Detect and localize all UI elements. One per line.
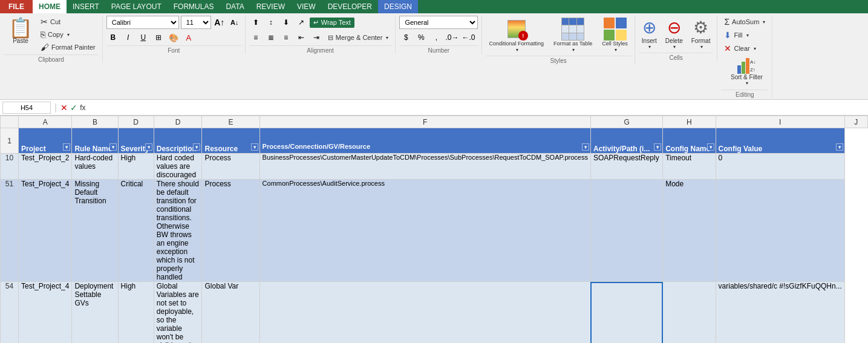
align-top-button[interactable]: ⬆ <box>249 16 263 29</box>
confirm-formula-icon[interactable]: ✓ <box>70 103 77 113</box>
fill-button[interactable]: ⬇ Fill ▾ <box>721 29 751 41</box>
percent-button[interactable]: % <box>414 31 428 44</box>
fill-color-button[interactable]: 🎨 <box>167 31 180 44</box>
file-menu[interactable]: FILE <box>0 0 33 13</box>
col-header-j[interactable]: J <box>844 116 867 128</box>
col-header-a[interactable]: A <box>19 116 72 128</box>
th-config-value-filter[interactable]: ▾ <box>836 143 843 151</box>
format-button[interactable]: ⚙ Format ▾ <box>688 16 714 51</box>
cell-10-severity[interactable]: High <box>118 154 154 180</box>
col-header-h[interactable]: H <box>663 116 716 128</box>
cell-54-process-connection[interactable] <box>259 282 590 344</box>
cell-54-resource[interactable]: Global Var <box>202 282 259 344</box>
align-left-button[interactable]: ≡ <box>249 31 263 44</box>
format-painter-button[interactable]: 🖌 Format Painter <box>38 41 99 53</box>
review-menu[interactable]: REVIEW <box>250 0 291 13</box>
currency-button[interactable]: $ <box>399 31 413 44</box>
col-header-d1[interactable]: D <box>118 116 154 128</box>
th-resource-filter[interactable]: ▾ <box>251 143 258 151</box>
wrap-text-button[interactable]: ↵ Wrap Text <box>310 18 354 28</box>
col-header-b[interactable]: B <box>72 116 118 128</box>
conditional-formatting-button[interactable]: ! Conditional Formatting ▾ <box>486 16 547 54</box>
th-project-filter[interactable]: ▾ <box>63 143 70 151</box>
cell-styles-button[interactable]: Cell Styles ▾ <box>599 16 631 54</box>
cancel-formula-icon[interactable]: ✕ <box>60 103 68 113</box>
merge-center-button[interactable]: ⊟ Merge & Center ▾ <box>325 33 392 43</box>
th-process-connection-filter[interactable]: ▾ <box>582 143 589 151</box>
border-button[interactable]: ⊞ <box>152 31 165 44</box>
autosum-button[interactable]: Σ AutoSum ▾ <box>721 16 768 28</box>
cell-51-activity-path[interactable] <box>590 180 662 282</box>
cell-51-project[interactable]: Test_Project_4 <box>19 180 72 282</box>
cell-54-project[interactable]: Test_Project_4 <box>19 282 72 344</box>
format-as-table-button[interactable]: Format as Table ▾ <box>550 16 595 54</box>
cell-10-activity-path[interactable]: SOAPRequestReply <box>590 154 662 180</box>
th-activity-path-filter[interactable]: ▾ <box>654 143 661 151</box>
col-header-f[interactable]: F <box>259 116 590 128</box>
decrease-font-button[interactable]: A↓ <box>228 16 241 29</box>
font-name-select[interactable]: Calibri <box>106 16 179 29</box>
cell-10-project[interactable]: Test_Project_2 <box>19 154 72 180</box>
text-angle-button[interactable]: ↗ <box>295 16 308 29</box>
italic-button[interactable]: I <box>122 31 135 44</box>
copy-button[interactable]: ⎘ Copy ▾ <box>38 28 73 41</box>
cell-51-resource[interactable]: Process <box>202 180 259 282</box>
formulas-menu[interactable]: FORMULAS <box>168 0 220 13</box>
cell-10-process-connection[interactable]: BusinessProcesses\CustomerMasterUpdateTo… <box>259 154 590 180</box>
cell-reference-input[interactable]: H54 <box>2 102 51 114</box>
developer-menu[interactable]: DEVELOPER <box>322 0 378 13</box>
cell-54-activity-path[interactable] <box>590 282 662 344</box>
cell-54-severity[interactable]: High <box>118 282 154 344</box>
indent-inc-button[interactable]: ⇥ <box>310 31 323 44</box>
cell-10-resource[interactable]: Process <box>202 154 259 180</box>
cell-54-rule-name[interactable]: Deployment Settable GVs <box>72 282 118 344</box>
insert-button[interactable]: ⊕ Insert ▾ <box>639 16 660 51</box>
home-menu[interactable]: HOME <box>33 0 67 13</box>
align-bottom-button[interactable]: ⬇ <box>279 16 293 29</box>
align-center-button[interactable]: ≣ <box>264 31 278 44</box>
th-description-filter[interactable]: ▾ <box>193 143 200 151</box>
delete-button[interactable]: ⊖ Delete ▾ <box>662 16 686 51</box>
decrease-decimal-button[interactable]: ←.0 <box>461 31 475 44</box>
col-header-g[interactable]: G <box>590 116 662 128</box>
font-size-select[interactable]: 11 <box>181 16 211 29</box>
bold-button[interactable]: B <box>106 31 120 44</box>
comma-button[interactable]: , <box>429 31 443 44</box>
page-layout-menu[interactable]: PAGE LAYOUT <box>105 0 168 13</box>
increase-font-button[interactable]: A↑ <box>213 16 226 29</box>
cell-51-process-connection[interactable]: CommonProcesses\AuditService.process <box>259 180 590 282</box>
cell-10-config-name[interactable]: Timeout <box>663 154 716 180</box>
indent-dec-button[interactable]: ⇤ <box>295 31 308 44</box>
cell-51-config-value[interactable] <box>716 180 844 282</box>
col-header-e[interactable]: E <box>202 116 259 128</box>
cell-51-rule-name[interactable]: Missing Default Transition <box>72 180 118 282</box>
cell-51-severity[interactable]: Critical <box>118 180 154 282</box>
th-severity-filter[interactable]: ▾ <box>145 143 152 151</box>
design-menu[interactable]: DESIGN <box>378 0 418 13</box>
data-menu[interactable]: DATA <box>220 0 250 13</box>
sort-filter-button[interactable]: A↓ Z↑ Sort & Filter ▾ <box>726 54 768 88</box>
align-middle-button[interactable]: ↕ <box>264 16 278 29</box>
cell-54-config-name[interactable] <box>663 282 716 344</box>
increase-decimal-button[interactable]: .0→ <box>445 31 459 44</box>
number-format-select[interactable]: General <box>399 16 478 29</box>
paste-button[interactable]: 📋 Paste <box>4 16 38 47</box>
cell-54-description[interactable]: Global Variables are not set to deployab… <box>154 282 202 344</box>
cell-10-config-value[interactable]: 0 <box>716 154 844 180</box>
underline-button[interactable]: U <box>137 31 150 44</box>
cell-54-config-value[interactable]: variables/shared/c #!sGizfKFuQQHn... <box>716 282 844 344</box>
view-menu[interactable]: VIEW <box>291 0 322 13</box>
th-rule-name-filter[interactable]: ▾ <box>109 143 117 151</box>
cell-51-config-name[interactable]: Mode <box>663 180 716 282</box>
align-right-button[interactable]: ≡ <box>279 31 293 44</box>
clear-button[interactable]: ✕ Clear ▾ <box>721 42 759 54</box>
cell-51-description[interactable]: There should be default transition for c… <box>154 180 202 282</box>
th-config-name-filter[interactable]: ▾ <box>707 143 714 151</box>
cut-button[interactable]: ✂ Cut <box>38 16 64 28</box>
insert-menu[interactable]: INSERT <box>67 0 105 13</box>
insert-function-icon[interactable]: fx <box>80 103 85 112</box>
formula-input[interactable] <box>88 103 866 112</box>
col-header-d2[interactable]: D <box>154 116 202 128</box>
col-header-i[interactable]: I <box>716 116 844 128</box>
cell-10-rule-name[interactable]: Hard-coded values <box>72 154 118 180</box>
